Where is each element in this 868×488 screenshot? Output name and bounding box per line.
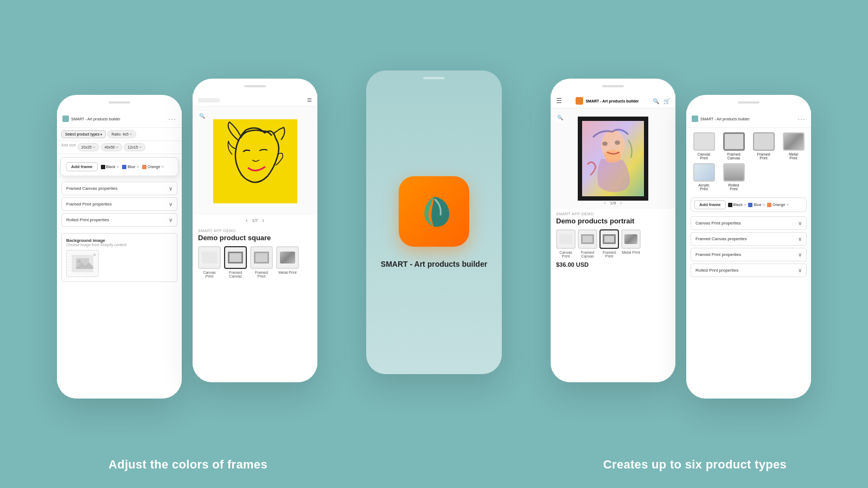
remove-image-btn[interactable]: × xyxy=(93,252,96,258)
type-canvas-print-2[interactable]: CanvasPrint xyxy=(198,246,221,278)
orange-dot-4 xyxy=(767,203,771,207)
portrait-svg xyxy=(582,121,644,196)
shopify-logo xyxy=(198,98,220,102)
grid-metal-print[interactable]: MetalPrint xyxy=(780,132,807,160)
canvas-thumb-3 xyxy=(556,229,576,249)
nav-title-3: SMART - Art products builder xyxy=(585,99,639,103)
chip-size-3[interactable]: 12x15× xyxy=(124,143,145,151)
demo-label-2: SMART APP DEMO xyxy=(198,229,312,233)
grid-framed-canvas[interactable]: FramedCanvas xyxy=(720,132,747,160)
nav-logo-3: SMART - Art products builder xyxy=(576,97,639,105)
chip-ratio[interactable]: Ratio: 4x5 × xyxy=(107,130,136,138)
add-frame-button-4[interactable]: Add frame xyxy=(694,200,726,209)
canvas-thumb-2 xyxy=(198,246,221,269)
admin-bar-4: SMART - Art products builder ··· xyxy=(686,110,811,128)
metal-thumb-2 xyxy=(276,246,299,269)
admin-logo-icon xyxy=(62,115,69,122)
next-btn-3[interactable]: › xyxy=(621,201,622,206)
grid-metal-thumb xyxy=(783,132,805,151)
size-filter-row: Add size 20x25× 40x50× 12x15× xyxy=(57,141,182,154)
admin-logo-icon-4 xyxy=(692,115,698,122)
grid-canvas-print[interactable]: CanvasPrint xyxy=(691,132,717,160)
portrait-info: SMART APP DEMO Demo products portrait Ca… xyxy=(551,209,675,271)
grid-rolled-print[interactable]: RolledPrint xyxy=(720,163,747,191)
type-metal-3[interactable]: Metal Print xyxy=(621,229,641,258)
zoom-icon-2[interactable]: 🔍 xyxy=(197,111,207,121)
type-framed-canvas-2[interactable]: FramedCanvas xyxy=(224,246,247,278)
grid-acrylic-print[interactable]: AcrylicPrint xyxy=(691,163,717,191)
center-section: SMART - Art products builder xyxy=(366,70,502,374)
dots-icon-1[interactable]: ··· xyxy=(168,114,176,123)
prop-rolled-print[interactable]: Rolled Print properties ∨ xyxy=(61,213,177,227)
phone-product-portrait: ☰ SMART - Art products builder 🔍 🛒 🔍 xyxy=(551,79,675,382)
prop-rolled-print-4[interactable]: Rolled Print properties ∨ xyxy=(691,264,807,277)
type-metal-print-2[interactable]: Metal Print xyxy=(276,246,299,278)
grid-rolled-thumb xyxy=(723,163,745,182)
portrait-art-area: 🔍 xyxy=(551,108,675,209)
black-dot xyxy=(101,165,105,169)
prop-framed-canvas-4[interactable]: Framed Canvas properties ∨ xyxy=(691,232,807,246)
prop-framed-canvas[interactable]: Framed Canvas properties ∨ xyxy=(61,182,177,195)
page-num-3: 1/9 xyxy=(610,201,616,206)
svg-point-9 xyxy=(615,140,620,145)
prev-btn-3[interactable]: ‹ xyxy=(604,201,606,206)
filter-row: Select product types ▾ Ratio: 4x5 × xyxy=(57,128,182,141)
dots-icon-4[interactable]: ··· xyxy=(797,114,806,123)
shopify-icons: ☰ xyxy=(307,97,312,103)
blue-dot-4 xyxy=(748,203,752,207)
type-framed-print-3[interactable]: FramedPrint xyxy=(599,229,619,258)
bg-image-thumb[interactable]: × xyxy=(66,250,99,277)
caption-right: Creates up to six product types xyxy=(603,458,787,472)
chip-size-2[interactable]: 40x50× xyxy=(101,143,123,151)
grid-canvas-thumb xyxy=(693,132,715,151)
bg-section: Background image Choose image from Shopi… xyxy=(61,233,177,282)
add-frame-button[interactable]: Add frame xyxy=(66,162,98,171)
prop-framed-print-4[interactable]: Framed Print properties ∨ xyxy=(691,248,807,261)
search-icon-3[interactable]: 🔍 xyxy=(653,98,659,104)
color-blue[interactable]: Blue × xyxy=(122,164,139,169)
grid-framed-print[interactable]: FramedPrint xyxy=(750,132,777,160)
logo-icon-3 xyxy=(576,97,583,105)
sketch-svg xyxy=(213,119,297,203)
type-framed-print-2[interactable]: FramedPrint xyxy=(250,246,273,278)
cart-icon-3[interactable]: 🛒 xyxy=(663,98,670,104)
framed-print-thumb-2 xyxy=(250,246,273,269)
type-canvas-3[interactable]: CanvasPrint xyxy=(556,229,576,258)
chip-size-1[interactable]: 20x25× xyxy=(78,143,99,151)
nav-icons-3: 🔍 🛒 xyxy=(653,98,670,104)
black-dot-4 xyxy=(728,203,732,207)
type-framed-canvas-3[interactable]: FramedCanvas xyxy=(578,229,597,258)
add-size-label: Add size xyxy=(61,143,76,151)
metal-thumb-3 xyxy=(621,229,641,249)
product-info-2: SMART APP DEMO Demo product square Canva… xyxy=(193,226,317,281)
bg-title: Background image xyxy=(66,238,173,243)
leaf-icon xyxy=(411,189,457,235)
admin-logo-4: SMART - Art products builder xyxy=(692,115,750,122)
shopify-header-2: ☰ xyxy=(193,94,317,107)
color-black[interactable]: Black × xyxy=(101,164,119,169)
grid-framed-print-thumb xyxy=(753,132,775,151)
center-app-name: SMART - Art products builder xyxy=(370,260,498,268)
color-orange-4[interactable]: Orange × xyxy=(767,202,789,207)
zoom-icon-3[interactable]: 🔍 xyxy=(555,113,565,123)
scene: SMART - Art products builder ··· Select … xyxy=(0,0,868,488)
admin-bar-1: SMART - Art products builder ··· xyxy=(57,110,182,128)
svg-point-8 xyxy=(602,142,608,146)
portrait-product-types: CanvasPrint FramedCanvas xyxy=(556,229,670,258)
color-black-4[interactable]: Black × xyxy=(728,202,746,207)
prop-framed-print[interactable]: Framed Print properties ∨ xyxy=(61,197,177,211)
color-blue-4[interactable]: Blue × xyxy=(748,202,765,207)
prop-canvas-print-4[interactable]: Canvas Print properties ∨ xyxy=(691,216,807,230)
left-section: SMART - Art products builder ··· Select … xyxy=(57,79,317,399)
prev-btn-2[interactable]: ‹ xyxy=(246,217,247,223)
bg-subtitle: Choose image from Shopify content xyxy=(66,243,173,247)
select-product-types-btn[interactable]: Select product types ▾ xyxy=(61,130,106,138)
menu-icon-3[interactable]: ☰ xyxy=(556,97,562,105)
frame-color-popup: Add frame Black × Blue × Orange × xyxy=(60,157,178,176)
color-orange[interactable]: Orange × xyxy=(142,164,164,169)
page-num-2: 1/7 xyxy=(252,218,258,223)
framed-canvas-thumb-3 xyxy=(578,229,597,249)
caption-left: Adjust the colors of frames xyxy=(108,458,267,472)
next-btn-2[interactable]: › xyxy=(263,217,264,223)
right-section: ☰ SMART - Art products builder 🔍 🛒 🔍 xyxy=(551,79,811,399)
